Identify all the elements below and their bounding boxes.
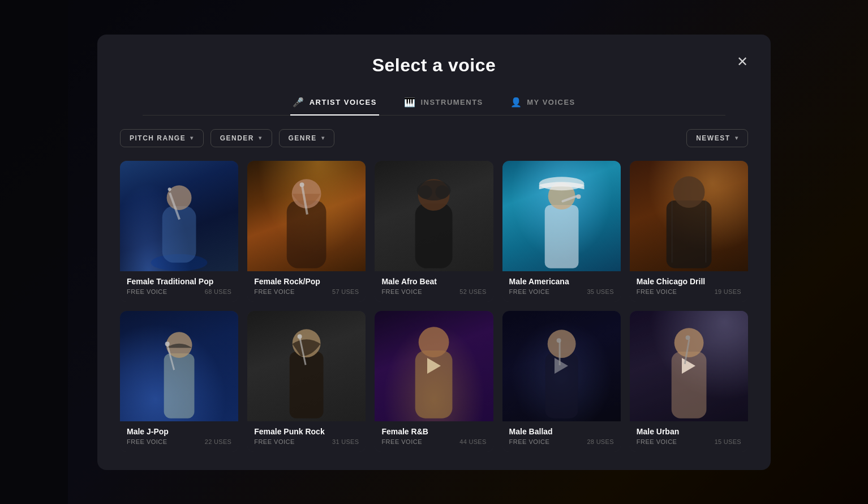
- play-button-overlay[interactable]: [630, 311, 748, 421]
- voice-card-male-americana[interactable]: Male Americana FREE VOICE 35 USES: [502, 161, 621, 302]
- voice-card-male-chicago-drill[interactable]: Male Chicago Drill FREE VOICE 19 USES: [630, 161, 748, 302]
- play-button-overlay[interactable]: [502, 311, 621, 421]
- voice-uses: 52 USES: [459, 288, 486, 295]
- voice-card-male-urban[interactable]: Male Urban FREE VOICE 15 USES: [630, 311, 748, 452]
- card-info: Female R&B FREE VOICE 44 USES: [375, 421, 493, 452]
- card-meta: FREE VOICE 52 USES: [381, 288, 486, 295]
- voice-select-modal: Select a voice ✕ 🎤 ARTIST VOICES 🎹 INSTR…: [97, 35, 771, 470]
- tab-artist-voices[interactable]: 🎤 ARTIST VOICES: [290, 90, 379, 116]
- tab-my-voices-label: MY VOICES: [527, 98, 575, 106]
- card-info: Female Traditional Pop FREE VOICE 68 USE…: [120, 271, 238, 302]
- voice-name: Female Rock/Pop: [254, 277, 359, 286]
- play-icon: [427, 358, 441, 374]
- card-meta: FREE VOICE 15 USES: [637, 438, 741, 445]
- voice-card-male-jpop[interactable]: Male J-Pop FREE VOICE 22 USES: [120, 311, 238, 452]
- gender-filter[interactable]: GENDER ▾: [210, 129, 272, 147]
- voice-card-male-afro-beat[interactable]: Male Afro Beat FREE VOICE 52 USES: [375, 161, 493, 302]
- voice-tier: FREE VOICE: [381, 438, 422, 445]
- pitch-range-label: PITCH RANGE: [130, 134, 186, 142]
- card-info: Male Americana FREE VOICE 35 USES: [502, 271, 621, 302]
- card-meta: FREE VOICE 19 USES: [637, 288, 741, 295]
- voice-card-female-rnb[interactable]: Female R&B FREE VOICE 44 USES: [375, 311, 493, 452]
- gender-label: GENDER: [220, 134, 254, 142]
- card-meta: FREE VOICE 68 USES: [127, 288, 231, 295]
- card-meta: FREE VOICE 57 USES: [254, 288, 359, 295]
- card-meta: FREE VOICE 44 USES: [381, 438, 486, 445]
- genre-label: GENRE: [289, 134, 317, 142]
- singer-silhouette: [247, 311, 366, 421]
- sort-button[interactable]: NEWEST ▾: [686, 129, 748, 147]
- voice-tier: FREE VOICE: [127, 438, 167, 445]
- svg-point-18: [576, 194, 581, 199]
- voice-card-female-traditional-pop[interactable]: Female Traditional Pop FREE VOICE 68 USE…: [120, 161, 238, 302]
- card-info: Male Afro Beat FREE VOICE 52 USES: [375, 271, 493, 302]
- chevron-down-icon: ▾: [259, 135, 263, 141]
- voice-uses: 68 USES: [205, 288, 231, 295]
- voices-grid: Female Traditional Pop FREE VOICE 68 USE…: [97, 156, 771, 452]
- singer-silhouette: [120, 161, 238, 271]
- pitch-range-filter[interactable]: PITCH RANGE ▾: [120, 129, 204, 147]
- tabs-container: 🎤 ARTIST VOICES 🎹 INSTRUMENTS 👤 MY VOICE…: [143, 89, 725, 116]
- tab-artist-voices-label: ARTIST VOICES: [310, 98, 377, 106]
- singer-silhouette: [630, 161, 748, 271]
- voice-uses: 28 USES: [587, 438, 613, 445]
- voice-uses: 19 USES: [715, 288, 741, 295]
- voice-name: Male Afro Beat: [381, 277, 486, 286]
- svg-rect-19: [667, 200, 712, 268]
- tab-instruments[interactable]: 🎹 INSTRUMENTS: [402, 90, 485, 116]
- play-icon: [682, 358, 695, 374]
- card-image-male-ballad: [502, 311, 621, 421]
- voice-name: Female Traditional Pop: [127, 277, 231, 286]
- svg-point-12: [419, 185, 432, 199]
- voice-uses: 57 USES: [332, 288, 359, 295]
- genre-filter[interactable]: GENRE ▾: [279, 129, 335, 147]
- voice-uses: 22 USES: [205, 438, 231, 445]
- svg-point-4: [168, 187, 171, 191]
- svg-point-26: [165, 341, 170, 346]
- voice-uses: 35 USES: [587, 288, 613, 295]
- card-image-male-americana: [502, 161, 621, 271]
- modal-header: Select a voice ✕ 🎤 ARTIST VOICES 🎹 INSTR…: [97, 35, 771, 116]
- card-image-male-urban: [630, 311, 748, 421]
- singer-silhouette: [247, 161, 366, 271]
- card-image-female-rock: [247, 161, 366, 271]
- card-meta: FREE VOICE 28 USES: [509, 438, 614, 445]
- filters-row: PITCH RANGE ▾ GENDER ▾ GENRE ▾ NEWEST ▾: [97, 116, 771, 156]
- voice-name: Male Urban: [637, 427, 741, 436]
- voice-name: Male J-Pop: [127, 427, 231, 436]
- card-image-female-punk: [247, 311, 366, 421]
- voice-card-male-ballad[interactable]: Male Ballad FREE VOICE 28 USES: [502, 311, 621, 452]
- voice-name: Female R&B: [381, 427, 486, 436]
- voice-name: Male Americana: [509, 277, 614, 286]
- filters-left: PITCH RANGE ▾ GENDER ▾ GENRE ▾: [120, 129, 334, 147]
- tab-my-voices[interactable]: 👤 MY VOICES: [508, 90, 578, 116]
- chevron-down-icon: ▾: [190, 135, 194, 141]
- voice-tier: FREE VOICE: [637, 438, 677, 445]
- sort-label: NEWEST: [696, 134, 730, 142]
- chevron-down-icon: ▾: [321, 135, 325, 141]
- svg-point-13: [436, 185, 449, 199]
- card-image-male-afro: [375, 161, 493, 271]
- voice-tier: FREE VOICE: [254, 288, 295, 295]
- card-info: Male Urban FREE VOICE 15 USES: [630, 421, 748, 452]
- voice-tier: FREE VOICE: [381, 288, 422, 295]
- voice-uses: 15 USES: [715, 438, 741, 445]
- card-image-male-chicago: [630, 161, 748, 271]
- svg-point-8: [300, 182, 304, 187]
- modal-title: Select a voice: [120, 55, 748, 76]
- person-icon: 👤: [510, 97, 523, 108]
- card-info: Male J-Pop FREE VOICE 22 USES: [120, 421, 238, 452]
- voice-tier: FREE VOICE: [509, 438, 550, 445]
- modal-overlay: Select a voice ✕ 🎤 ARTIST VOICES 🎹 INSTR…: [0, 0, 868, 504]
- svg-rect-1: [162, 206, 196, 263]
- close-button[interactable]: ✕: [737, 55, 748, 69]
- card-info: Female Rock/Pop FREE VOICE 57 USES: [247, 271, 366, 302]
- voice-card-female-punk[interactable]: Female Punk Rock FREE VOICE 31 USES: [247, 311, 366, 452]
- card-meta: FREE VOICE 35 USES: [509, 288, 614, 295]
- voice-tier: FREE VOICE: [127, 288, 167, 295]
- voice-card-female-rock-pop[interactable]: Female Rock/Pop FREE VOICE 57 USES: [247, 161, 366, 302]
- play-button-overlay[interactable]: [375, 311, 493, 421]
- voice-uses: 44 USES: [459, 438, 486, 445]
- tab-instruments-label: INSTRUMENTS: [420, 98, 483, 106]
- singer-silhouette: [375, 161, 493, 271]
